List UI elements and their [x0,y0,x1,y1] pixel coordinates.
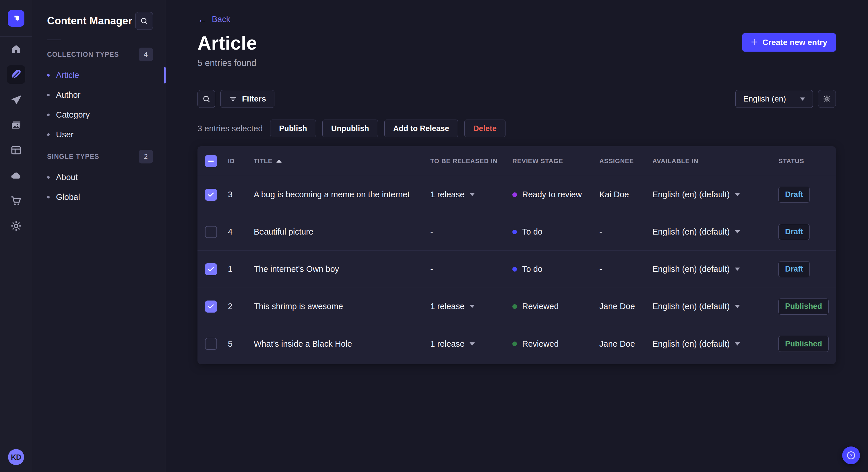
sidebar-item-label: Article [56,71,79,80]
logo-block [0,0,32,37]
sort-ascending-icon [276,160,282,163]
publish-button[interactable]: Publish [270,120,316,137]
sidebar-item-author[interactable]: Author [32,85,166,105]
status-badge: Draft [778,261,810,277]
back-arrow-icon: ← [197,14,207,24]
chevron-down-icon [735,342,740,345]
row-checkbox[interactable] [205,338,217,350]
row-release-select[interactable]: 1 release [430,339,513,349]
row-release-select[interactable]: - [430,264,513,274]
status-badge: Published [778,336,829,352]
row-title: What's inside a Black Hole [254,339,430,349]
row-title: Beautiful picture [254,227,430,237]
section-label: COLLECTION TYPES [47,51,119,59]
row-title: The internet's Own boy [254,264,430,274]
row-assignee: - [599,227,652,237]
subnav-title: Content Manager [47,15,132,27]
table-search-button[interactable] [197,90,215,108]
row-id: 5 [228,339,254,349]
strapi-logo-icon[interactable] [8,10,24,27]
row-locale-select[interactable]: English (en) (default) [652,339,778,349]
table-header-row: ID TITLE TO BE RELEASED IN REVIEW STAGE … [197,146,836,176]
view-settings-button[interactable] [818,90,836,108]
review-stage-dot [513,267,517,272]
sidebar-item-category[interactable]: Category [32,105,166,125]
row-checkbox[interactable] [205,263,217,275]
content-type-builder-icon[interactable] [7,141,25,160]
row-review-stage: To do [513,264,599,274]
row-assignee: Jane Doe [599,339,652,349]
chevron-down-icon [735,230,740,233]
row-id: 1 [228,264,254,274]
selection-bar: 3 entries selected Publish Unpublish Add… [197,120,836,137]
plus-icon: + [751,36,757,47]
selection-count: 3 entries selected [197,124,262,133]
row-checkbox[interactable] [205,226,217,238]
row-checkbox[interactable] [205,301,217,312]
add-to-release-button[interactable]: Add to Release [384,120,458,137]
row-locale-select[interactable]: English (en) (default) [652,190,778,199]
row-locale-select[interactable]: English (en) (default) [652,264,778,274]
chevron-down-icon [470,342,475,345]
locale-select[interactable]: English (en) [735,90,813,108]
content-manager-icon[interactable] [7,65,25,84]
column-header-review-stage: REVIEW STAGE [513,158,599,165]
check-icon [207,303,215,310]
select-all-checkbox[interactable] [205,155,217,167]
filter-icon [229,95,237,103]
marketplace-cart-icon[interactable] [7,192,25,210]
bullet-icon [47,113,50,116]
chevron-down-icon [735,305,740,308]
help-button[interactable]: ? [842,446,860,464]
bullet-icon [47,196,50,198]
sidebar-item-label: About [56,173,78,182]
back-link[interactable]: ← Back [197,14,230,24]
create-new-entry-button[interactable]: + Create new entry [742,33,836,52]
chevron-down-icon [470,193,475,196]
column-header-id: ID [228,158,254,165]
row-checkbox[interactable] [205,189,217,201]
table-row[interactable]: 1 The internet's Own boy - To do - Engli… [197,250,836,288]
row-review-stage: Reviewed [513,302,599,311]
filters-button[interactable]: Filters [220,90,274,108]
sidebar-item-user[interactable]: User [32,125,166,144]
bullet-icon [47,74,50,76]
row-release-select[interactable]: - [430,227,513,237]
row-release-select[interactable]: 1 release [430,302,513,311]
search-icon [140,16,148,25]
table-row[interactable]: 2 This shrimp is awesome 1 release Revie… [197,288,836,325]
subnav-search-button[interactable] [135,12,153,30]
row-locale-select[interactable]: English (en) (default) [652,227,778,237]
home-icon[interactable] [7,40,25,59]
chevron-down-icon [800,98,805,101]
column-header-title[interactable]: TITLE [254,158,430,165]
review-stage-dot [513,341,517,346]
create-button-label: Create new entry [763,38,827,47]
user-avatar[interactable]: KD [8,449,24,465]
media-library-icon[interactable] [7,116,25,134]
row-review-stage: Ready to review [513,190,599,199]
sidebar-item-about[interactable]: About [32,167,166,187]
sidebar-item-article[interactable]: Article [32,65,166,85]
row-release-select[interactable]: 1 release [430,190,513,199]
section-count-badge: 2 [138,150,153,164]
entries-count: 5 entries found [197,58,836,68]
settings-gear-icon[interactable] [7,217,25,235]
table-row[interactable]: 4 Beautiful picture - To do - English (e… [197,213,836,250]
row-locale-select[interactable]: English (en) (default) [652,302,778,311]
row-title: A bug is becoming a meme on the internet [254,190,430,199]
delete-button[interactable]: Delete [464,120,505,137]
back-label: Back [212,14,230,24]
unpublish-button[interactable]: Unpublish [322,120,378,137]
row-title: This shrimp is awesome [254,302,430,311]
section-label: SINGLE TYPES [47,153,99,161]
search-icon [202,95,211,103]
sidebar-item-label: Global [56,193,80,202]
status-badge: Published [778,299,829,314]
deploy-cloud-icon[interactable] [7,166,25,185]
sidebar-item-global[interactable]: Global [32,187,166,207]
locale-value: English (en) [743,94,786,103]
table-row[interactable]: 5 What's inside a Black Hole 1 release R… [197,325,836,363]
table-row[interactable]: 3 A bug is becoming a meme on the intern… [197,176,836,213]
releases-icon[interactable] [7,91,25,109]
